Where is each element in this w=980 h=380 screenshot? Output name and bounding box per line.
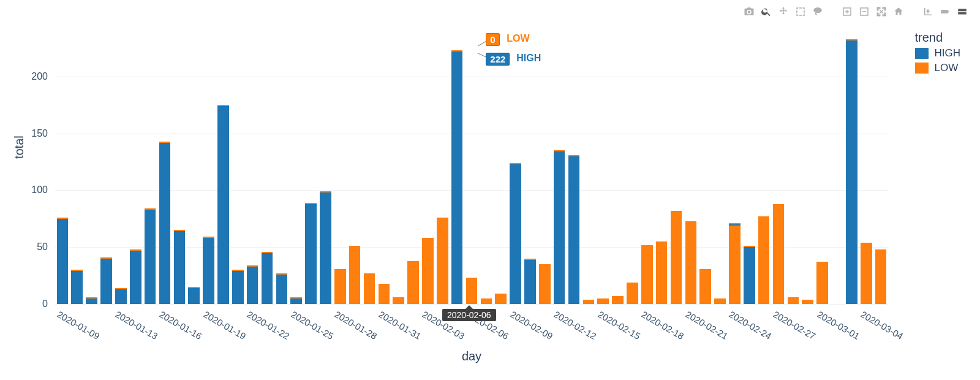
bar-low[interactable]: [861, 243, 872, 304]
bar-high[interactable]: [524, 260, 536, 304]
bar-high[interactable]: [71, 271, 83, 304]
bar-low[interactable]: [349, 246, 361, 304]
bar-low[interactable]: [788, 297, 799, 304]
bar-high[interactable]: [232, 271, 244, 304]
bar-high[interactable]: [262, 253, 273, 304]
y-axis-label: total: [12, 135, 26, 159]
pan-icon[interactable]: [778, 6, 789, 17]
bar-high[interactable]: [320, 192, 331, 304]
bar-low[interactable]: [437, 218, 448, 304]
bar-low[interactable]: [802, 300, 813, 304]
bar-high[interactable]: [846, 40, 858, 304]
hover-label-high: HIGH: [516, 53, 541, 64]
bar-high[interactable]: [305, 204, 317, 304]
zoom-in-icon[interactable]: [842, 6, 853, 17]
bar-low[interactable]: [816, 262, 828, 304]
bar-low[interactable]: [612, 296, 624, 304]
x-tick: 2020-02-21: [684, 309, 729, 341]
bar-high[interactable]: [247, 267, 258, 304]
zoom-out-icon[interactable]: [859, 6, 870, 17]
hover-axis-label: 2020-02-06: [442, 309, 496, 321]
x-tick: 2020-02-15: [596, 309, 642, 341]
legend-label-high: HIGH: [935, 47, 961, 59]
bar-high[interactable]: [217, 106, 229, 304]
bar-low[interactable]: [597, 298, 609, 304]
plotly-toolbar: [744, 6, 968, 17]
bar-high[interactable]: [130, 251, 141, 304]
bar-high[interactable]: [188, 288, 200, 304]
gridline: [55, 190, 888, 191]
bar-low[interactable]: [641, 245, 653, 304]
zoom-icon[interactable]: [761, 6, 772, 17]
bar-low[interactable]: [539, 264, 551, 304]
bar-low[interactable]: [656, 241, 668, 304]
autoscale-icon[interactable]: [876, 6, 887, 17]
bar-high[interactable]: [100, 259, 112, 304]
x-tick: 2020-03-04: [859, 309, 905, 341]
gridline: [55, 77, 888, 77]
x-tick: 2020-02-18: [640, 309, 686, 341]
bar-high[interactable]: [174, 231, 186, 304]
hover-closest-icon[interactable]: [940, 6, 951, 17]
bar-high[interactable]: [115, 289, 127, 304]
hover-value-low: 0: [486, 33, 499, 46]
x-tick: 2020-02-12: [552, 309, 598, 341]
plot-area[interactable]: [55, 37, 888, 304]
bar-low[interactable]: [495, 294, 507, 304]
bar-low[interactable]: [393, 297, 404, 304]
legend-swatch-low: [915, 63, 929, 74]
bar-low[interactable]: [627, 283, 638, 304]
y-tick: 0: [0, 298, 48, 310]
bar-low[interactable]: [466, 278, 478, 304]
bar-low[interactable]: [364, 273, 375, 304]
lasso-icon[interactable]: [812, 6, 823, 17]
x-tick: 2020-01-22: [246, 309, 292, 341]
x-tick: 2020-01-09: [55, 309, 101, 341]
bar-high[interactable]: [57, 219, 69, 304]
bar-high[interactable]: [568, 156, 580, 304]
spike-lines-icon[interactable]: [922, 6, 933, 17]
x-tick: 2020-01-13: [114, 309, 160, 341]
bar-low[interactable]: [758, 216, 770, 304]
bar-high[interactable]: [145, 210, 156, 304]
x-tick: 2020-02-24: [728, 309, 774, 341]
bar-low[interactable]: [699, 269, 711, 305]
bar-low[interactable]: [685, 221, 697, 304]
x-axis-label: day: [55, 349, 888, 363]
bar-low[interactable]: [422, 238, 434, 304]
bar-low[interactable]: [671, 211, 682, 304]
home-icon[interactable]: [893, 6, 904, 17]
hover-compare-icon[interactable]: [957, 6, 968, 17]
bar-high[interactable]: [276, 275, 288, 304]
bar-low[interactable]: [481, 298, 492, 304]
x-tick: 2020-03-01: [815, 309, 861, 341]
bar-low[interactable]: [714, 298, 726, 304]
x-tick: 2020-02-27: [772, 309, 818, 341]
bar-low[interactable]: [379, 284, 390, 304]
y-tick: 100: [0, 184, 48, 196]
legend-label-low: LOW: [935, 62, 959, 74]
bar-low[interactable]: [334, 269, 346, 305]
bar-low[interactable]: [729, 226, 741, 304]
x-tick: 2020-01-16: [157, 309, 203, 341]
hover-value-high: 222: [486, 53, 510, 66]
bar-high[interactable]: [86, 298, 97, 304]
bar-low[interactable]: [583, 300, 595, 304]
bar-high[interactable]: [510, 164, 521, 304]
bar-low[interactable]: [875, 249, 887, 304]
camera-icon[interactable]: [744, 6, 755, 17]
bar-high[interactable]: [451, 51, 463, 304]
legend-title: trend: [915, 31, 961, 45]
x-tick: 2020-02-09: [508, 309, 554, 341]
bar-high[interactable]: [203, 238, 214, 304]
gridline: [55, 304, 888, 305]
bar-high[interactable]: [744, 247, 755, 304]
bar-high[interactable]: [290, 298, 302, 304]
bar-low[interactable]: [407, 261, 419, 305]
bar-high[interactable]: [159, 143, 171, 304]
box-select-icon[interactable]: [795, 6, 806, 17]
legend-item-low[interactable]: LOW: [915, 62, 961, 74]
bar-high[interactable]: [554, 151, 565, 304]
bar-low[interactable]: [773, 204, 785, 304]
legend-item-high[interactable]: HIGH: [915, 47, 961, 59]
